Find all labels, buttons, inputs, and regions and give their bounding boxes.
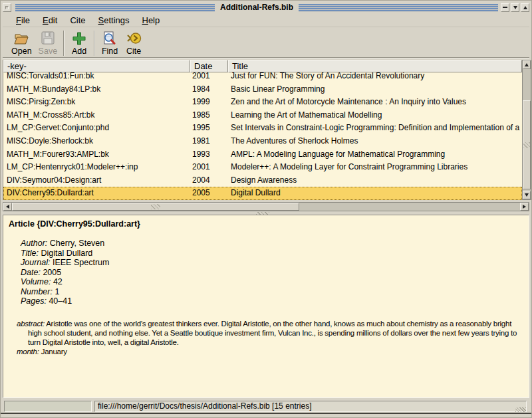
menu-item[interactable]: File [11,14,35,27]
cell-date: 2001 [190,161,228,174]
arrow-right-icon [523,205,526,209]
table-row[interactable]: MATH_M:Bunday84:LP:bk 1984 Basic Linear … [3,83,522,96]
field-label: Title: [21,249,39,258]
table-row[interactable]: MATH_M:Cross85:Art:bk 1985 Learning the … [3,109,522,122]
cell-title: AMPL: A Modeling Language for Mathematic… [228,148,522,161]
entry-month: month: January [17,347,523,356]
lower-window-button[interactable] [511,3,519,12]
cell-key: MISC:Torvalds01:Fun:bk [3,72,190,83]
titlebar-stripes-right [299,3,498,12]
cell-key: MATH_M:Fourer93:AMPL:bk [3,148,190,161]
entry-field: Volume: 42 [21,277,523,287]
toolbar-separator [94,31,95,56]
cell-date: 1999 [190,96,228,109]
column-header-key[interactable]: -key- [3,60,190,72]
column-header-title[interactable]: Title [228,60,522,72]
save-floppy-icon [40,31,56,46]
entry-fields: Author: Cherry, Steven Title: Digital Du… [21,239,523,306]
cite-button[interactable]: Cite [122,29,146,56]
resize-grip[interactable] [515,407,526,412]
arrow-up-icon [525,63,529,66]
cell-date: 2001 [190,72,228,83]
save-button[interactable]: Save [35,29,61,56]
entry-heading: Article {DIV:Cherry95:Dullard:art} [9,219,523,229]
add-button[interactable]: Add [67,29,91,56]
table-row[interactable]: MATH_M:Fourer93:AMPL:bk 1993 AMPL: A Mod… [3,148,522,161]
scroll-right-button[interactable] [520,203,529,211]
minimize-icon [503,7,507,8]
field-label: Number: [21,287,53,296]
cell-date: 1995 [190,122,228,135]
table-row[interactable]: LM_CP:Gervet:Conjunto:phd 1995 Set Inter… [3,122,522,135]
triangle-up-icon [523,6,527,9]
titlebar: Additional-Refs.bib [3,2,529,13]
find-button[interactable]: Find [98,29,122,56]
cell-key: MATH_M:Bunday84:LP:bk [3,83,190,96]
cell-key: DIV:Cherry95:Dullard:art [3,187,190,200]
scroll-left-button[interactable] [3,203,12,211]
open-button[interactable]: Open [8,29,35,56]
progress-area [4,401,92,412]
scroll-down-button[interactable] [523,191,531,199]
statusbar: file:///home/gerrit/Docs/thesis/Addition… [3,401,529,413]
cell-title: Just for FUN: The Story of An Accidental… [228,72,522,83]
cite-button-label: Cite [126,47,141,56]
field-value: 1 [55,287,59,296]
titlebar-stripes-left [15,3,215,12]
field-value: 2005 [43,268,61,277]
table-row[interactable]: MISC:Pirsig:Zen:bk 1999 Zen and the Art … [3,96,522,109]
field-value: 40–41 [49,296,72,306]
entry-field: Date: 2005 [21,268,523,278]
field-label: Author: [21,239,47,248]
field-value: IEEE Spectrum [53,258,109,267]
field-label: Date: [21,268,41,277]
window-menu-button[interactable] [3,3,11,12]
table-row[interactable]: DIV:Seymour04:Design:art 2004 Design Awa… [3,174,522,187]
entry-field: Journal: IEEE Spectrum [21,258,523,268]
minimize-button[interactable] [501,3,509,12]
open-folder-icon [13,31,29,46]
field-label: Volume: [21,277,51,286]
add-button-label: Add [72,47,86,56]
horizontal-scrollbar-thumb[interactable] [12,203,299,211]
find-magnifier-icon [102,31,118,46]
entry-detail-pane[interactable]: Article {DIV:Cherry95:Dullard:art} Autho… [3,215,529,398]
scroll-up-button[interactable] [523,60,531,69]
window-bottom-border [1,413,531,417]
bib-table-header: -key- Date Title [3,60,522,72]
cell-key: DIV:Seymour04:Design:art [3,174,190,187]
cell-date: 2004 [190,174,228,187]
menu-item[interactable]: Settings [93,14,135,27]
table-row[interactable]: MISC:Doyle:Sherlock:bk 1981 The Adventur… [3,135,522,148]
find-button-label: Find [102,47,118,56]
entry-field: Author: Cherry, Steven [21,239,523,249]
menu-item[interactable]: Edit [37,14,63,27]
abstract-text: Aristotle was one of the world's greates… [28,320,517,346]
app-window: Additional-Refs.bib File Edit Cite Setti… [0,0,532,418]
raise-window-button[interactable] [521,3,529,12]
menu-item[interactable]: Cite [65,14,90,27]
cell-title: Digital Dullard [228,187,522,200]
thumb-grip [151,204,160,209]
thumb-grip [523,142,530,148]
field-label: Pages: [21,296,47,306]
vertical-scrollbar[interactable] [522,60,531,200]
cell-title: Design Awareness [228,174,522,187]
add-plus-icon [71,31,87,46]
table-row[interactable]: MISC:Torvalds01:Fun:bk 2001 Just for FUN… [3,72,522,83]
table-row[interactable]: LM_CP:Hentenryck01:Modeler++:inp 2001 Mo… [3,161,522,174]
cell-date: 1985 [190,109,228,122]
triangle-down-icon [513,6,517,9]
table-row[interactable]: DIV:Cherry95:Dullard:art 2005 Digital Du… [3,187,522,200]
cell-date: 1993 [190,148,228,161]
toolbar: Open Save Add [3,28,529,58]
vertical-scrollbar-thumb[interactable] [523,100,531,189]
menu-item[interactable]: Help [136,14,165,27]
month-value: January [41,348,67,356]
cell-key: MATH_M:Cross85:Art:bk [3,109,190,122]
horizontal-scrollbar[interactable] [3,202,529,211]
column-header-date[interactable]: Date [190,60,228,72]
cell-title: Set Intervals in Constraint-Logic Progra… [228,122,522,135]
status-message: file:///home/gerrit/Docs/thesis/Addition… [94,401,527,412]
cell-key: MISC:Doyle:Sherlock:bk [3,135,190,148]
